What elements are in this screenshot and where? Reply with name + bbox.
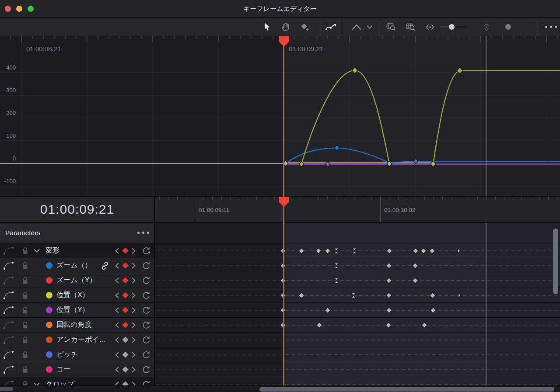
lock-icon[interactable]	[21, 320, 29, 330]
vertical-zoom-slider-thumb[interactable]	[505, 24, 511, 30]
reset-icon[interactable]	[141, 350, 151, 360]
track-keyframe[interactable]	[385, 292, 392, 299]
next-keyframe-icon[interactable]	[131, 381, 136, 386]
next-keyframe-icon[interactable]	[131, 247, 136, 254]
track-keyframe[interactable]	[385, 277, 392, 284]
horizontal-zoom-icon[interactable]	[424, 18, 437, 36]
bottom-scrollbar-track[interactable]	[0, 385, 560, 392]
keyframe-toggle-icon[interactable]	[121, 321, 130, 329]
reset-icon[interactable]	[141, 320, 151, 330]
curve-toggle-icon[interactable]	[3, 275, 14, 286]
curve-toggle-icon[interactable]	[3, 364, 14, 375]
curve-toggle-icon[interactable]	[3, 379, 14, 386]
reset-icon[interactable]	[141, 291, 151, 300]
track-keyframe[interactable]	[412, 247, 419, 254]
playhead-marker-ruler[interactable]	[279, 197, 289, 207]
toolbar-more-icon[interactable]	[542, 18, 560, 36]
horizontal-zoom-slider[interactable]	[440, 26, 467, 28]
curve-toggle-icon[interactable]	[3, 350, 14, 360]
curve-keyframe[interactable]	[326, 161, 330, 167]
track-keyframe[interactable]	[324, 247, 331, 254]
keyframe-toggle-icon[interactable]	[121, 306, 130, 314]
reset-icon[interactable]	[141, 335, 151, 345]
track-keyframe[interactable]	[455, 247, 462, 254]
track-keyframe[interactable]	[420, 247, 427, 254]
zoom-link-icon[interactable]	[100, 261, 110, 271]
parameter-row[interactable]: ヨー	[0, 362, 154, 377]
next-keyframe-icon[interactable]	[131, 366, 136, 373]
clip-zoom-icon[interactable]	[384, 18, 398, 36]
track-keyframe[interactable]	[350, 292, 357, 299]
parameter-row[interactable]: ズーム（Y）	[0, 273, 154, 288]
vertical-zoom-slider[interactable]	[497, 26, 528, 28]
track-keyframe[interactable]	[315, 247, 322, 254]
curve-toggle-icon[interactable]	[3, 246, 14, 256]
curve-toggle-icon[interactable]	[3, 320, 14, 330]
reset-icon[interactable]	[141, 246, 151, 256]
lock-icon[interactable]	[21, 305, 29, 315]
lock-icon[interactable]	[21, 276, 29, 285]
grid-zoom-icon[interactable]	[404, 18, 418, 36]
prev-keyframe-icon[interactable]	[114, 366, 120, 373]
parameter-row[interactable]: 位置（X）	[0, 288, 154, 302]
keyframe-tracks[interactable]	[154, 223, 560, 385]
vertical-scrollbar[interactable]	[553, 229, 558, 294]
prev-keyframe-icon[interactable]	[114, 381, 120, 386]
lock-icon[interactable]	[21, 246, 29, 255]
track-keyframe[interactable]	[351, 247, 358, 254]
vertical-zoom-icon[interactable]	[480, 18, 493, 36]
pan-hand-icon[interactable]	[279, 18, 292, 36]
keyframe-toggle-icon[interactable]	[121, 350, 130, 359]
reset-icon[interactable]	[141, 380, 151, 386]
next-keyframe-icon[interactable]	[131, 262, 136, 269]
track-keyframe[interactable]	[429, 247, 436, 254]
reset-icon[interactable]	[141, 261, 151, 271]
prev-keyframe-icon[interactable]	[114, 322, 120, 329]
next-keyframe-icon[interactable]	[131, 292, 136, 299]
track-keyframe[interactable]	[385, 322, 392, 329]
keyframe-toggle-icon[interactable]	[121, 261, 130, 270]
track-keyframe[interactable]	[412, 262, 419, 269]
track-keyframe[interactable]	[385, 262, 392, 269]
next-keyframe-icon[interactable]	[131, 277, 136, 284]
curve-toggle-icon[interactable]	[3, 290, 14, 301]
curve-toggle-icon[interactable]	[3, 335, 14, 345]
parameter-row[interactable]: ズーム（）	[0, 258, 154, 273]
lock-icon[interactable]	[21, 335, 29, 344]
track-keyframe[interactable]	[333, 247, 340, 254]
parameter-row[interactable]: クロップ	[0, 377, 154, 385]
track-keyframe[interactable]	[298, 247, 305, 254]
add-keyframe-icon[interactable]	[298, 18, 312, 36]
parameter-row[interactable]: アンカーポイ...	[0, 333, 154, 347]
curve-toggle-icon[interactable]	[3, 305, 14, 316]
curve-keyframe[interactable]	[299, 161, 304, 167]
next-keyframe-icon[interactable]	[131, 307, 136, 314]
lock-icon[interactable]	[21, 261, 29, 270]
lock-icon[interactable]	[21, 350, 29, 359]
curve-editor[interactable]: 4003002001000-100 01:00:08:2101:00:09:21	[0, 36, 560, 197]
prev-keyframe-icon[interactable]	[114, 351, 120, 358]
parameter-row[interactable]: ピッチ	[0, 347, 154, 362]
curve-keyframe[interactable]	[335, 145, 340, 151]
keyframe-toggle-icon[interactable]	[121, 336, 130, 344]
prev-keyframe-icon[interactable]	[114, 336, 120, 343]
track-keyframe[interactable]	[385, 307, 392, 314]
keyframe-toggle-icon[interactable]	[121, 291, 130, 299]
reset-icon[interactable]	[141, 276, 151, 285]
lock-icon[interactable]	[21, 291, 29, 300]
track-keyframe[interactable]	[386, 247, 393, 254]
parameters-menu-icon[interactable]	[137, 232, 149, 234]
link-icon[interactable]	[100, 261, 110, 271]
prev-keyframe-icon[interactable]	[114, 292, 120, 299]
prev-keyframe-icon[interactable]	[114, 277, 120, 284]
next-keyframe-icon[interactable]	[131, 351, 136, 358]
curve-spline-icon[interactable]	[324, 18, 337, 36]
track-keyframe[interactable]	[421, 322, 428, 329]
reset-icon[interactable]	[141, 305, 151, 315]
chevron-down-icon[interactable]	[33, 382, 40, 386]
lock-icon[interactable]	[21, 365, 29, 374]
prev-keyframe-icon[interactable]	[114, 247, 120, 254]
track-keyframe[interactable]	[333, 277, 340, 284]
panel-scrollbar[interactable]	[0, 387, 13, 391]
select-cursor-icon[interactable]	[260, 18, 273, 36]
